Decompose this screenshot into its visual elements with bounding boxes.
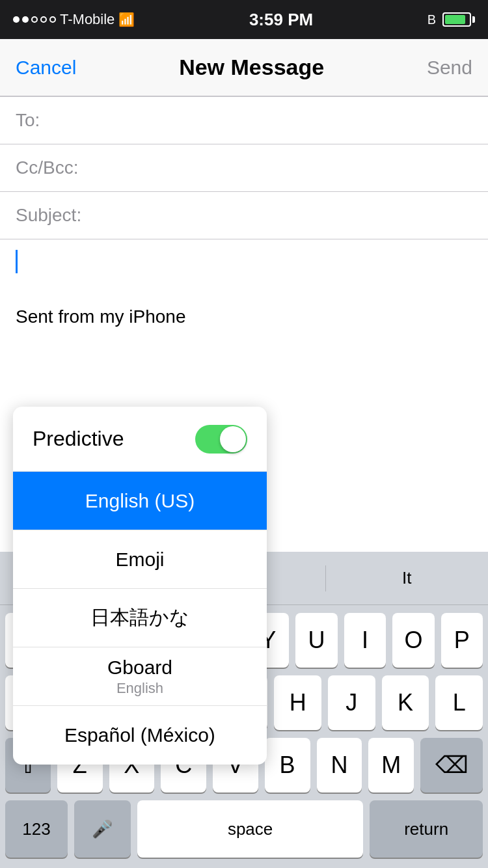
gboard-sublabel: English [116, 680, 163, 697]
key-o[interactable]: O [392, 613, 434, 668]
nav-bar: Cancel New Message Send [0, 39, 488, 96]
status-bar: T-Mobile 📶 3:59 PM B [0, 0, 488, 39]
predictive-row: Predictive [13, 407, 267, 472]
key-microphone[interactable]: 🎤 [74, 800, 131, 858]
signature-text: Sent from my iPhone [16, 306, 472, 327]
language-label-japanese: 日本語かな [90, 604, 189, 631]
send-button[interactable]: Send [427, 57, 472, 79]
predictive-label: Predictive [33, 427, 124, 451]
key-p[interactable]: P [441, 613, 483, 668]
key-k[interactable]: K [382, 675, 429, 730]
bluetooth-icon: B [427, 12, 436, 27]
battery-tip [472, 16, 475, 23]
signal-dot-3 [31, 16, 38, 23]
subject-label: Subject: [16, 205, 94, 226]
key-l[interactable]: L [435, 675, 483, 730]
language-option-japanese[interactable]: 日本語かな [13, 589, 267, 647]
body-area[interactable]: Sent from my iPhone [0, 239, 488, 338]
ccbcc-input[interactable] [94, 157, 472, 178]
text-cursor [16, 250, 18, 273]
battery-fill [445, 15, 465, 24]
predictive-item-3[interactable]: It [326, 568, 488, 588]
ccbcc-label: Cc/Bcc: [16, 157, 94, 178]
subject-input[interactable] [94, 205, 472, 226]
gboard-content: Gboard English [107, 657, 172, 697]
status-left: T-Mobile 📶 [13, 11, 135, 28]
key-m[interactable]: M [368, 738, 414, 793]
toggle-thumb [220, 426, 246, 452]
battery-body [442, 12, 471, 27]
language-label-gboard: Gboard [107, 657, 172, 679]
status-time: 3:59 PM [249, 10, 313, 30]
key-j[interactable]: J [328, 675, 375, 730]
signal-dot-5 [49, 16, 56, 23]
ccbcc-field[interactable]: Cc/Bcc: [0, 144, 488, 191]
to-input[interactable] [94, 110, 472, 131]
subject-field[interactable]: Subject: [0, 192, 488, 239]
cancel-button[interactable]: Cancel [16, 57, 76, 79]
wifi-icon: 📶 [118, 12, 135, 27]
predictive-toggle[interactable] [195, 425, 247, 454]
key-i[interactable]: I [344, 613, 386, 668]
key-numbers[interactable]: 123 [5, 800, 68, 858]
signal-dot-2 [22, 16, 29, 23]
status-right: B [427, 12, 475, 27]
language-label-espanol: Español (México) [64, 724, 215, 746]
key-b[interactable]: B [265, 738, 310, 793]
signal-dots [13, 16, 56, 23]
signal-dot-4 [40, 16, 47, 23]
carrier-label: T-Mobile [60, 11, 115, 28]
key-delete[interactable]: ⌫ [420, 738, 483, 793]
key-space[interactable]: space [137, 800, 363, 858]
language-option-english-us[interactable]: English (US) [13, 472, 267, 530]
keyboard-row-4: 123 🎤 space return [5, 800, 483, 858]
language-label-emoji: Emoji [115, 549, 164, 571]
language-option-gboard[interactable]: Gboard English [13, 647, 267, 706]
signal-dot-1 [13, 16, 20, 23]
key-return[interactable]: return [370, 800, 483, 858]
key-u[interactable]: U [295, 613, 337, 668]
key-h[interactable]: H [274, 675, 321, 730]
to-field[interactable]: To: [0, 97, 488, 144]
key-n[interactable]: N [317, 738, 362, 793]
keyboard-menu-popup: Predictive English (US) Emoji 日本語かな Gboa… [13, 407, 267, 765]
language-label-english-us: English (US) [85, 490, 195, 512]
to-label: To: [16, 110, 94, 131]
battery-indicator [442, 12, 475, 27]
language-option-emoji[interactable]: Emoji [13, 530, 267, 589]
page-title: New Message [179, 55, 324, 80]
language-option-espanol[interactable]: Español (México) [13, 706, 267, 765]
